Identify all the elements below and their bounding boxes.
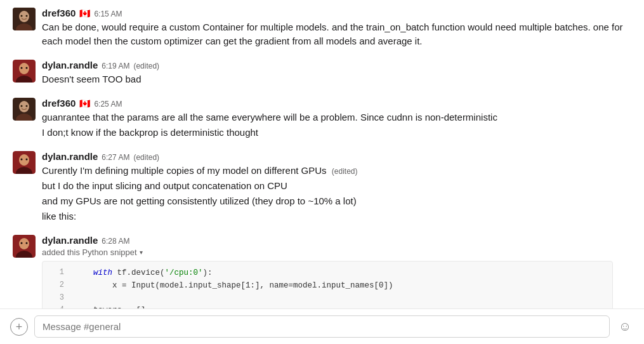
message-header: dylan.randle 6:27 AM (edited) bbox=[42, 151, 631, 162]
code-snippet: 1 with tf.device('/cpu:0'): 2 x = Input(… bbox=[42, 261, 613, 308]
flag: 🇨🇦 bbox=[79, 8, 90, 18]
line-number: 4 bbox=[49, 304, 64, 308]
message-content: dref360 🇨🇦 6:15 AM Can be done, would re… bbox=[42, 8, 631, 50]
username: dref360 bbox=[42, 8, 76, 18]
message-group: dref360 🇨🇦 6:25 AM guanrantee that the p… bbox=[13, 98, 631, 141]
code-lines: 1 with tf.device('/cpu:0'): 2 x = Input(… bbox=[43, 261, 612, 308]
svg-point-6 bbox=[19, 63, 29, 74]
svg-point-18 bbox=[21, 159, 23, 161]
snippet-label: added this Python snippet ▾ bbox=[42, 248, 631, 257]
svg-point-3 bbox=[21, 15, 23, 17]
message-content: dref360 🇨🇦 6:25 AM guanrantee that the p… bbox=[42, 98, 631, 141]
message-text: Curently I'm defining multiple copies of… bbox=[42, 164, 631, 178]
code-line: 3 bbox=[43, 292, 612, 304]
avatar bbox=[13, 60, 36, 83]
message-text: guanrantee that the params are all the s… bbox=[42, 110, 631, 124]
emoji-button[interactable]: ☺ bbox=[616, 318, 634, 336]
avatar bbox=[13, 98, 36, 121]
svg-point-19 bbox=[26, 159, 28, 161]
code-line: 2 x = Input(model.input_shape[1:], name=… bbox=[43, 279, 612, 292]
line-code: with tf.device('/cpu:0'): bbox=[74, 267, 213, 279]
input-bar: + ☺ bbox=[0, 308, 644, 344]
svg-point-13 bbox=[21, 105, 23, 107]
svg-point-9 bbox=[26, 67, 28, 69]
message-group: dylan.randle 6:27 AM (edited) Curently I… bbox=[13, 151, 631, 225]
message-text: Doesn't seem TOO bad bbox=[42, 72, 631, 86]
message-group: dylan.randle 6:19 AM (edited) Doesn't se… bbox=[13, 60, 631, 88]
avatar bbox=[13, 235, 36, 258]
svg-point-11 bbox=[19, 101, 29, 112]
username: dylan.randle bbox=[42, 235, 98, 246]
message-text: and my GPUs are not getting consistently… bbox=[42, 194, 631, 208]
message-group: dref360 🇨🇦 6:15 AM Can be done, would re… bbox=[13, 8, 631, 50]
line-code: x = Input(model.input_shape[1:], name=mo… bbox=[74, 279, 393, 292]
line-number: 2 bbox=[49, 279, 64, 291]
svg-point-24 bbox=[26, 242, 28, 244]
edited-label: (edited) bbox=[133, 153, 159, 162]
svg-point-21 bbox=[19, 238, 29, 249]
message-header: dylan.randle 6:19 AM (edited) bbox=[42, 60, 631, 70]
svg-point-1 bbox=[19, 11, 29, 22]
message-content: dylan.randle 6:28 AM added this Python s… bbox=[42, 235, 631, 308]
flag: 🇨🇦 bbox=[79, 98, 90, 109]
message-text: Can be done, would require a custom Cont… bbox=[42, 20, 631, 48]
timestamp: 6:15 AM bbox=[94, 10, 122, 18]
avatar bbox=[13, 8, 36, 30]
timestamp: 6:19 AM bbox=[102, 62, 129, 70]
plus-icon: + bbox=[16, 321, 23, 333]
edited-label: (edited) bbox=[133, 62, 159, 70]
svg-point-8 bbox=[21, 67, 23, 69]
svg-point-23 bbox=[21, 242, 23, 244]
message-header: dref360 🇨🇦 6:15 AM bbox=[42, 8, 631, 18]
message-text: but I do the input slicing and output co… bbox=[42, 179, 631, 193]
timestamp: 6:28 AM bbox=[102, 237, 129, 246]
add-attachment-button[interactable]: + bbox=[10, 318, 28, 336]
timestamp: 6:27 AM bbox=[102, 153, 129, 162]
emoji-icon: ☺ bbox=[619, 319, 631, 334]
message-header: dylan.randle 6:28 AM bbox=[42, 235, 631, 246]
username: dref360 bbox=[42, 98, 76, 109]
code-line: 4 towers = [] bbox=[43, 304, 612, 308]
line-code: towers = [] bbox=[74, 304, 146, 308]
message-input[interactable] bbox=[34, 315, 610, 338]
svg-point-16 bbox=[19, 154, 29, 166]
username: dylan.randle bbox=[42, 151, 98, 162]
line-number: 3 bbox=[49, 292, 64, 304]
chat-container: dref360 🇨🇦 6:15 AM Can be done, would re… bbox=[0, 0, 644, 308]
avatar bbox=[13, 151, 36, 174]
line-number: 1 bbox=[49, 267, 64, 279]
code-line: 1 with tf.device('/cpu:0'): bbox=[43, 267, 612, 279]
message-header: dref360 🇨🇦 6:25 AM bbox=[42, 98, 631, 109]
message-content: dylan.randle 6:19 AM (edited) Doesn't se… bbox=[42, 60, 631, 88]
message-content: dylan.randle 6:27 AM (edited) Curently I… bbox=[42, 151, 631, 225]
username: dylan.randle bbox=[42, 60, 98, 70]
svg-point-14 bbox=[26, 105, 28, 107]
message-group: dylan.randle 6:28 AM added this Python s… bbox=[13, 235, 631, 308]
svg-point-4 bbox=[26, 15, 28, 17]
message-text: like this: bbox=[42, 209, 631, 223]
snippet-dropdown-arrow[interactable]: ▾ bbox=[140, 249, 143, 256]
timestamp: 6:25 AM bbox=[94, 100, 122, 109]
message-text: I don;t know if the backprop is determin… bbox=[42, 126, 631, 140]
